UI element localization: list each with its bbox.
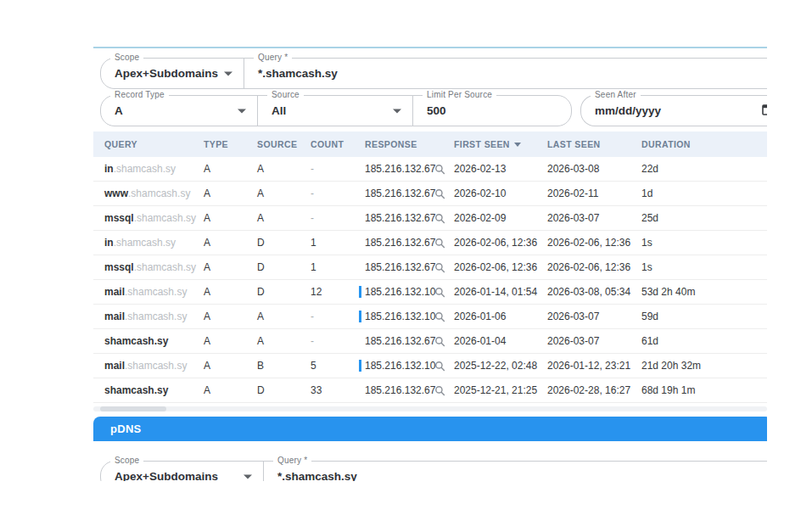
chevron-down-icon [238, 109, 246, 113]
col-header-response[interactable]: RESPONSE [365, 139, 434, 149]
first-seen-cell: 2026-01-06 [454, 311, 547, 322]
scope-value: Apex+Subdomains [115, 59, 218, 88]
magnifier-icon[interactable] [434, 361, 445, 372]
count-cell: 1 [311, 261, 365, 273]
query-prefix: mssql [104, 212, 134, 224]
limit-value: 500 [427, 96, 446, 126]
response-cell: 185.216.132.10 [365, 311, 434, 322]
magnifier-icon[interactable] [434, 311, 445, 322]
last-seen-cell: 2026-02-06, 12:36 [547, 261, 641, 273]
limit-per-source-input[interactable]: Limit Per Source 500 [412, 95, 572, 126]
type-cell: A [204, 261, 257, 273]
chevron-down-icon [224, 71, 232, 76]
col-header-first-seen[interactable]: FIRST SEEN [454, 139, 547, 149]
col-header-source[interactable]: SOURCE [257, 139, 311, 149]
last-seen-cell: 2026-03-07 [547, 335, 641, 347]
seen-after-date-input[interactable]: Seen After mm/dd/yyyy [580, 95, 767, 126]
magnifier-icon[interactable] [434, 164, 445, 175]
response-cell: 185.216.132.10 [365, 286, 434, 298]
query-suffix: .shamcash.sy [114, 237, 176, 249]
search-form-row-1: Scope Apex+Subdomains Query * *.shamcash… [100, 58, 767, 89]
response-search-cell [434, 213, 454, 224]
response-value: 185.216.132.67 [365, 163, 435, 175]
source-cell: D [257, 384, 311, 396]
table-row: in.shamcash.sy A D 1 185.216.132.67 2026… [93, 231, 767, 255]
scope-select[interactable]: Scope Apex+Subdomains [100, 58, 244, 89]
duration-cell: 22d [641, 163, 767, 175]
magnifier-icon[interactable] [434, 287, 445, 298]
table-row: mail.shamcash.sy A A - 185.216.132.10 20… [93, 305, 767, 329]
magnifier-icon[interactable] [434, 188, 445, 199]
source-cell: A [257, 311, 311, 322]
response-highlight-marker [359, 360, 361, 372]
pdns-section-header[interactable]: pDNS [93, 417, 767, 441]
first-seen-cell: 2025-12-22, 02:48 [454, 360, 547, 372]
last-seen-cell: 2026-02-11 [547, 188, 641, 199]
response-value: 185.216.132.10 [365, 311, 435, 322]
last-seen-cell: 2026-02-28, 16:27 [547, 384, 641, 396]
response-search-cell [434, 311, 454, 322]
response-value: 185.216.132.10 [365, 286, 435, 298]
pdns-results-panel: Scope Apex+Subdomains Query * *.shamcash… [93, 0, 767, 515]
table-row: in.shamcash.sy A A - 185.216.132.67 2026… [93, 157, 767, 182]
response-cell: 185.216.132.10 [365, 360, 434, 372]
type-cell: A [204, 188, 257, 199]
horizontal-scrollbar[interactable] [93, 406, 767, 411]
seen-after-value: mm/dd/yyyy [595, 96, 661, 126]
calendar-icon[interactable] [762, 104, 767, 119]
query-prefix: mssql [104, 261, 134, 273]
scrollbar-thumb[interactable] [100, 406, 166, 411]
query-cell: mail.shamcash.sy [104, 311, 204, 322]
duration-cell: 1s [641, 237, 767, 249]
source-cell: D [257, 261, 311, 273]
record-type-value: A [115, 96, 123, 126]
duration-cell: 68d 19h 1m [641, 384, 767, 396]
col-header-type[interactable]: TYPE [204, 139, 257, 149]
response-value: 185.216.132.10 [365, 360, 435, 372]
response-cell: 185.216.132.67 [365, 237, 434, 249]
last-seen-cell: 2026-02-06, 12:36 [547, 237, 641, 249]
source-cell: A [257, 188, 311, 199]
col-header-query[interactable]: QUERY [104, 139, 204, 149]
response-search-cell [434, 385, 454, 396]
duration-cell: 1d [641, 188, 767, 199]
pdns-section-title: pDNS [93, 417, 767, 441]
magnifier-icon[interactable] [434, 238, 445, 249]
col-header-duration[interactable]: DURATION [641, 139, 767, 149]
first-seen-cell: 2026-01-14, 01:54 [454, 286, 547, 298]
magnifier-icon[interactable] [434, 213, 445, 224]
query-cell: in.shamcash.sy [104, 163, 204, 175]
query-input[interactable]: Query * *.shamcash.sy [244, 58, 767, 89]
query-value: *.shamcash.sy [258, 59, 338, 88]
magnifier-icon[interactable] [434, 262, 445, 273]
response-cell: 185.216.132.67 [365, 335, 434, 347]
type-cell: A [204, 335, 257, 347]
response-value: 185.216.132.67 [365, 384, 435, 396]
col-header-last-seen[interactable]: LAST SEEN [547, 139, 641, 149]
response-value: 185.216.132.67 [365, 188, 435, 199]
first-seen-cell: 2026-01-04 [454, 335, 547, 347]
source-cell: A [257, 212, 311, 224]
table-row: shamcash.sy A D 33 185.216.132.67 2025-1… [93, 378, 767, 403]
type-cell: A [204, 286, 257, 298]
last-seen-cell: 2026-03-07 [547, 311, 641, 322]
query-suffix: .shamcash.sy [134, 212, 196, 224]
count-cell: - [311, 163, 365, 175]
first-seen-cell: 2026-02-06, 12:36 [454, 261, 547, 273]
response-value: 185.216.132.67 [365, 212, 435, 224]
source-select[interactable]: Source All [257, 95, 413, 126]
response-search-cell [434, 361, 454, 372]
col-header-count[interactable]: COUNT [311, 139, 365, 149]
record-type-select[interactable]: Record Type A [100, 95, 258, 126]
table-row: mail.shamcash.sy A D 12 185.216.132.10 2… [93, 280, 767, 305]
count-cell: - [311, 212, 365, 224]
table-header: QUERY TYPE SOURCE COUNT RESPONSE FIRST S… [93, 132, 767, 157]
first-seen-cell: 2026-02-13 [454, 163, 547, 175]
query-suffix: .shamcash.sy [125, 360, 187, 372]
page: Scope Apex+Subdomains Query * *.shamcash… [0, 0, 812, 515]
magnifier-icon[interactable] [434, 385, 445, 396]
magnifier-icon[interactable] [434, 336, 445, 347]
count-cell: 5 [311, 360, 365, 372]
response-value: 185.216.132.67 [365, 261, 435, 273]
response-cell: 185.216.132.67 [365, 163, 434, 175]
